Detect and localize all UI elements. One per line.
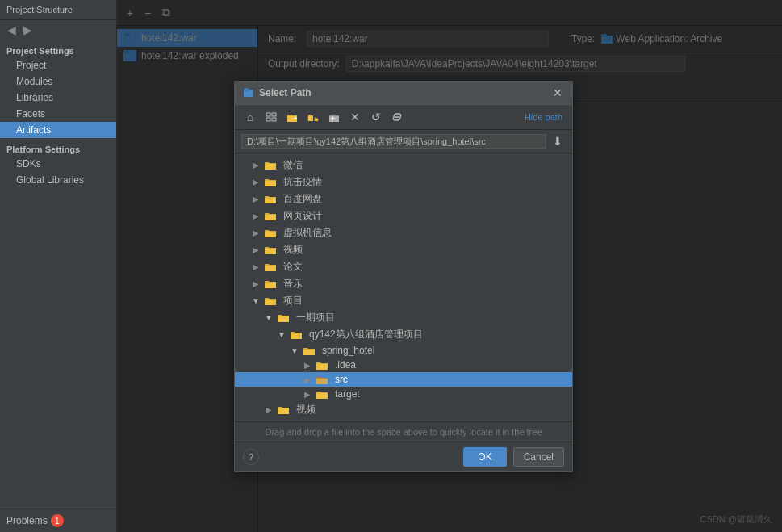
folder-xuni-icon [264, 228, 277, 238]
file-tree-item-weixin[interactable]: ▶ 微信 [235, 157, 572, 174]
back-arrow-icon[interactable]: ◀ [5, 23, 18, 36]
file-tree-item-lunwen[interactable]: ▶ 论文 [235, 258, 572, 275]
problems-label[interactable]: Problems [6, 515, 48, 526]
refresh-button[interactable]: ↺ [367, 108, 385, 126]
sidebar-nav-row: ◀ ▶ [0, 20, 116, 40]
chevron-right-icon: ▶ [251, 161, 261, 170]
help-button[interactable]: ? [243, 449, 259, 465]
footer-buttons: OK Cancel [463, 447, 564, 467]
view-icon [266, 112, 277, 122]
svg-rect-11 [272, 118, 276, 121]
file-tree-item-wangye[interactable]: ▶ 网页设计 [235, 207, 572, 224]
folder-wangye-icon [264, 211, 277, 221]
sidebar-item-sdks[interactable]: SDKs [0, 156, 116, 172]
file-tree-item-spring-hotel[interactable]: ▼ spring_hotel [235, 343, 572, 358]
file-tree-item-baidu[interactable]: ▶ 百度网盘 [235, 191, 572, 207]
svg-rect-10 [272, 113, 276, 116]
file-tree[interactable]: ▶ 微信 ▶ [235, 153, 572, 421]
dialog-footer: ? OK Cancel [235, 442, 572, 471]
file-tree-label-src: src [335, 374, 348, 385]
chevron-right-icon8: ▶ [251, 279, 261, 289]
file-tree-label-spring: spring_hotel [322, 345, 374, 356]
file-tree-label-target: target [335, 388, 360, 400]
chevron-down-icon-xiangmu: ▼ [251, 296, 261, 306]
sidebar-title: Project Structure [0, 0, 116, 20]
file-tree-label-kangji: 抗击疫情 [283, 175, 322, 189]
chevron-right-icon6: ▶ [251, 245, 261, 255]
folder-yiqi-icon [277, 312, 290, 323]
home-button[interactable]: ⌂ [241, 108, 259, 126]
chevron-right-icon2: ▶ [251, 178, 261, 187]
file-tree-item-idea[interactable]: ▶ .idea [235, 358, 572, 372]
select-path-dialog: Select Path ✕ ⌂ [234, 81, 573, 472]
chevron-right-icon7: ▶ [251, 262, 261, 272]
file-tree-label-xuni: 虚拟机信息 [283, 226, 332, 240]
svg-text:+: + [294, 115, 297, 121]
file-tree-item-qy142[interactable]: ▼ qy142第八组酒店管理项目 [235, 326, 572, 343]
file-tree-item-yinyue[interactable]: ▶ 音乐 [235, 275, 572, 292]
sidebar-item-artifacts[interactable]: Artifacts [0, 122, 116, 138]
folder-qy142-icon [290, 329, 303, 340]
project-settings-label: Project Settings [0, 40, 116, 57]
delete-button[interactable]: ✕ [346, 108, 364, 126]
dialog-download-button[interactable]: ⬇ [550, 133, 566, 149]
hide-path-button[interactable]: Hide path [521, 111, 566, 124]
file-tree-label-shipin2: 视频 [296, 403, 316, 417]
folder-baidu-icon [264, 194, 277, 204]
add-root-button[interactable]: + [325, 108, 343, 126]
folder-weixin-icon [264, 160, 277, 170]
sidebar-bottom: Problems 1 [0, 509, 116, 532]
file-tree-item-src[interactable]: ▶ src [235, 372, 572, 387]
tree-view-button[interactable] [304, 108, 322, 126]
svg-rect-9 [266, 118, 270, 121]
folder-src-icon [316, 375, 328, 385]
dialog-toolbar: ⌂ + [235, 105, 572, 130]
dialog-close-button[interactable]: ✕ [551, 86, 564, 99]
folder-xiangmu-icon [264, 295, 277, 306]
new-folder-button[interactable]: + [283, 108, 301, 126]
folder-kangji-icon [264, 177, 277, 187]
sidebar-item-facets[interactable]: Facets [0, 106, 116, 122]
sidebar-item-libraries[interactable]: Libraries [0, 90, 116, 106]
chevron-right-icon-shipin2: ▶ [264, 405, 274, 415]
file-tree-label-yinyue: 音乐 [283, 277, 303, 291]
sidebar-item-modules[interactable]: Modules [0, 73, 116, 90]
chevron-right-icon-src: ▶ [303, 375, 312, 384]
cancel-button[interactable]: Cancel [513, 447, 564, 467]
file-tree-label-qy142: qy142第八组酒店管理项目 [309, 328, 423, 341]
file-tree-item-shipin[interactable]: ▶ 视频 [235, 241, 572, 258]
dialog-title: Select Path [259, 87, 312, 98]
dialog-path-input[interactable] [241, 134, 546, 149]
sidebar: Project Structure ◀ ▶ Project Settings P… [0, 0, 117, 532]
file-tree-label-lunwen: 论文 [283, 260, 303, 274]
file-tree-item-target[interactable]: ▶ target [235, 387, 572, 401]
folder-spring-icon [303, 346, 316, 356]
forward-arrow-icon[interactable]: ▶ [21, 23, 34, 36]
sidebar-item-global-libraries[interactable]: Global Libraries [0, 172, 116, 188]
dialog-path-row: ⬇ [235, 130, 572, 153]
dialog-overlay: Select Path ✕ ⌂ [117, 0, 782, 532]
platform-settings-label: Platform Settings [0, 138, 116, 156]
folder-idea-icon [316, 360, 328, 371]
sidebar-item-project[interactable]: Project [0, 57, 116, 73]
tree-view-icon [307, 112, 319, 123]
svg-rect-7 [244, 88, 249, 91]
content-area: + − ⧉ hotel142:war [117, 0, 782, 532]
link-icon [391, 112, 403, 122]
ok-button[interactable]: OK [463, 447, 506, 467]
file-tree-item-yiqi[interactable]: ▼ 一期项目 [235, 309, 572, 326]
chevron-down-icon-qy142: ▼ [277, 330, 286, 340]
chevron-right-icon-idea: ▶ [303, 360, 312, 370]
file-tree-item-shipin2[interactable]: ▶ 视频 [235, 401, 572, 418]
folder-shipin-icon [264, 245, 277, 255]
svg-rect-8 [266, 113, 270, 116]
file-tree-item-kangji[interactable]: ▶ 抗击疫情 [235, 174, 572, 191]
main-container: Project Structure ◀ ▶ Project Settings P… [0, 0, 782, 532]
dialog-title-icon [243, 87, 254, 98]
file-tree-item-xuni[interactable]: ▶ 虚拟机信息 [235, 224, 572, 241]
file-tree-item-xiangmu[interactable]: ▼ 项目 [235, 292, 572, 309]
dialog-titlebar: Select Path ✕ [235, 82, 572, 105]
view-button[interactable] [262, 108, 280, 126]
file-tree-label-baidu: 百度网盘 [283, 192, 322, 206]
link-button[interactable] [388, 108, 406, 126]
